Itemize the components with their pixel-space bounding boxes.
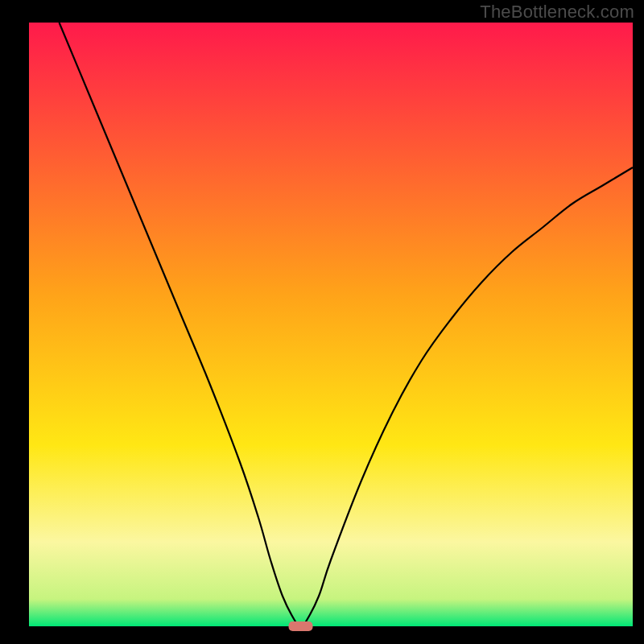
optimal-marker	[289, 621, 313, 631]
watermark-text: TheBottleneck.com	[480, 2, 634, 23]
chart-frame: TheBottleneck.com	[0, 0, 644, 644]
bottleneck-chart	[0, 0, 644, 644]
plot-background	[29, 23, 633, 626]
